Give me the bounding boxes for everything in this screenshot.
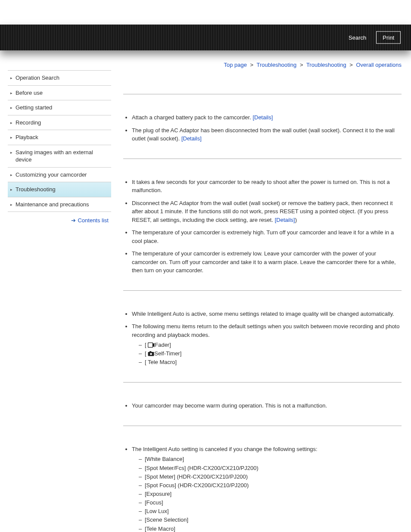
sublist-item: [Spot Meter/Fcs] (HDR-CX200/CX210/PJ200) [139, 464, 402, 473]
text: Self-Timer] [154, 350, 181, 357]
section-not-operating: It takes a few seconds for your camcorde… [123, 159, 402, 290]
list-item: The temperature of your camcorder is ext… [132, 249, 402, 275]
text: Disconnect the AC Adaptor from the wall … [132, 200, 393, 223]
breadcrumb-overall-operations[interactable]: Overall operations [356, 62, 402, 68]
list-item: The Intelligent Auto setting is canceled… [132, 445, 402, 532]
list-item: The temperature of your camcorder is ext… [132, 228, 402, 245]
list-item: Disconnect the AC Adaptor from the wall … [132, 199, 402, 224]
text: ) [295, 217, 297, 223]
breadcrumb: Top page > Troubleshooting > Troubleshoo… [123, 62, 402, 68]
breadcrumb-sep: > [250, 62, 254, 68]
sublist-item: [Focus] [139, 498, 402, 507]
breadcrumb-top-page[interactable]: Top page [224, 62, 247, 68]
sublist-item: [Low Lux] [139, 507, 402, 516]
sublist-item: [Spot Meter] (HDR-CX200/CX210/PJ200) [139, 473, 402, 481]
movie-mode-icon [148, 342, 155, 348]
list-item: The following menu items return to the d… [132, 322, 402, 367]
svg-point-3 [150, 353, 152, 355]
sublist-item: [Scene Selection] [139, 516, 402, 524]
sidebar-item-troubleshooting[interactable]: Troubleshooting [8, 182, 111, 197]
list-item: The plug of the AC Adaptor has been disc… [132, 126, 402, 143]
sublist-item: [Spot Focus] (HDR-CX200/CX210/PJ200) [139, 481, 402, 490]
text: Fader] [155, 342, 171, 348]
details-link[interactable]: [Details] [275, 217, 295, 223]
breadcrumb-sep: > [349, 62, 353, 68]
header-bar: Search Print [0, 25, 411, 50]
sublist-item-self-timer: [ Self-Timer] [139, 349, 402, 358]
section-power: Attach a charged battery pack to the cam… [123, 94, 402, 159]
text: The following menu items return to the d… [132, 323, 399, 338]
list-item: Attach a charged battery pack to the cam… [132, 113, 402, 122]
list-item: While Intelligent Auto is active, some m… [132, 310, 402, 318]
text: Attach a charged battery pack to the cam… [132, 114, 252, 121]
main-content: Top page > Troubleshooting > Troubleshoo… [123, 62, 402, 532]
sidebar-item-customizing[interactable]: Customizing your camcorder [8, 168, 111, 183]
sublist-item: [Exposure] [139, 490, 402, 498]
arrow-right-icon: ➔ [71, 217, 76, 224]
search-button[interactable]: Search [342, 31, 373, 44]
sublist-item-fader: [ Fader] [139, 341, 402, 349]
sidebar-item-saving-images[interactable]: Saving images with an external device [8, 145, 111, 168]
section-intelligent-auto: The Intelligent Auto setting is canceled… [123, 426, 402, 532]
breadcrumb-sep: > [300, 62, 303, 68]
sidebar-item-operation-search[interactable]: Operation Search [8, 71, 111, 86]
svg-rect-2 [149, 351, 152, 352]
sidebar-item-playback[interactable]: Playback [8, 130, 111, 145]
sidebar-item-getting-started[interactable]: Getting started [8, 100, 111, 115]
sidebar-list: Operation Search Before use Getting star… [8, 70, 111, 212]
contents-list-link[interactable]: Contents list [78, 217, 109, 224]
list-item: It takes a few seconds for your camcorde… [132, 178, 402, 195]
breadcrumb-troubleshooting-2[interactable]: Troubleshooting [306, 62, 346, 68]
print-button[interactable]: Print [376, 31, 401, 44]
list-item: Your camcorder may become warm during op… [132, 401, 402, 410]
text: The plug of the AC Adaptor has been disc… [132, 127, 395, 142]
sidebar-item-recording[interactable]: Recording [8, 115, 111, 131]
sublist-item: [Tele Macro] [139, 525, 402, 532]
sublist-item-tele-macro: [ Tele Macro] [139, 358, 402, 367]
sidebar: Operation Search Before use Getting star… [8, 62, 111, 532]
sublist-item: [White Balance] [139, 455, 402, 464]
details-link[interactable]: [Details] [252, 114, 273, 121]
photo-mode-icon [148, 350, 154, 357]
sidebar-item-maintenance[interactable]: Maintenance and precautions [8, 197, 111, 212]
text: The Intelligent Auto setting is canceled… [132, 446, 318, 452]
breadcrumb-troubleshooting-1[interactable]: Troubleshooting [257, 62, 297, 68]
section-warm: Your camcorder may become warm during op… [123, 382, 402, 426]
details-link[interactable]: [Details] [181, 135, 202, 142]
contents-list-link-wrap: ➔Contents list [8, 212, 111, 224]
sidebar-item-before-use[interactable]: Before use [8, 86, 111, 101]
section-menu-settings: While Intelligent Auto is active, some m… [123, 290, 402, 383]
svg-rect-0 [148, 343, 153, 348]
